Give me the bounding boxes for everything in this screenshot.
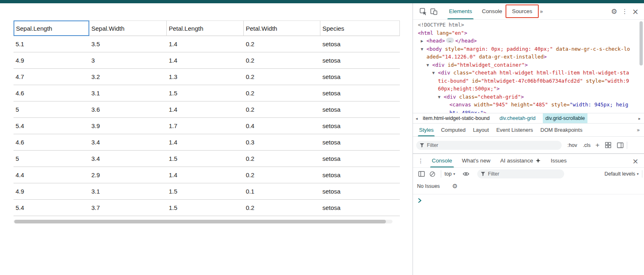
breadcrumb-item-html-widget-static-bound[interactable]: item.html-widget-static-bound — [420, 113, 492, 123]
table-cell[interactable]: 0.2 — [244, 52, 320, 68]
table-cell[interactable]: setosa — [320, 69, 400, 85]
table-row[interactable]: 4.93.11.50.1setosa — [14, 183, 400, 200]
table-cell[interactable]: 1.5 — [167, 151, 244, 167]
clear-console-icon[interactable] — [427, 169, 438, 179]
issues-status[interactable]: No Issues — [417, 183, 440, 189]
styles-tab-computed[interactable]: Computed — [437, 124, 469, 136]
collapsed-content-badge[interactable]: … — [446, 38, 454, 43]
new-style-rule-button[interactable]: + — [595, 142, 599, 149]
console-prompt-chevron[interactable] — [418, 198, 422, 204]
column-header-sepal-length[interactable]: Sepal.Length — [14, 20, 89, 36]
computed-sidebar-icon[interactable] — [617, 142, 624, 148]
table-horizontal-scrollbar-thumb[interactable] — [14, 220, 386, 223]
table-cell[interactable]: 5.1 — [14, 36, 89, 52]
table-cell[interactable]: 3.5 — [89, 36, 167, 52]
element-states-icon[interactable] — [605, 142, 611, 148]
console-sidebar-icon[interactable] — [416, 169, 427, 179]
column-header-species[interactable]: Species — [320, 20, 400, 36]
column-header-sepal-width[interactable]: Sepal.Width — [89, 20, 167, 36]
drawer-tab-ai-assistance[interactable]: AI assistance — [495, 154, 546, 167]
dom-tree-node[interactable]: ▼<body style="margin: 0px; padding: 40px… — [413, 45, 631, 61]
table-cell[interactable]: setosa — [320, 167, 400, 183]
table-cell[interactable]: 1.5 — [167, 85, 244, 101]
table-row[interactable]: 5.43.91.70.4setosa — [14, 118, 400, 134]
table-cell[interactable]: 1.3 — [167, 69, 244, 85]
console-settings-gear-icon[interactable]: ⚙ — [450, 181, 460, 192]
table-cell[interactable]: 3.6 — [89, 101, 167, 117]
styles-filter-input[interactable] — [416, 141, 562, 150]
dom-tree-node[interactable]: <canvas width="945" height="485" style="… — [413, 101, 631, 113]
table-cell[interactable]: 0.2 — [244, 85, 320, 101]
table-cell[interactable]: setosa — [320, 151, 400, 167]
more-tabs-icon[interactable]: » — [537, 8, 546, 15]
table-row[interactable]: 4.63.41.40.3setosa — [14, 134, 400, 151]
table-cell[interactable]: 1.5 — [167, 183, 244, 199]
table-cell[interactable]: 5 — [14, 101, 89, 117]
expand-arrow-open-icon[interactable]: ▼ — [421, 45, 423, 54]
console-filter-field[interactable] — [488, 171, 564, 177]
drawer-tab-console[interactable]: Console — [427, 154, 457, 167]
styles-tab-event-listeners[interactable]: Event Listeners — [492, 124, 537, 136]
expand-arrow-open-icon[interactable]: ▼ — [432, 69, 435, 77]
console-messages-area[interactable] — [413, 194, 644, 251]
styles-more-tabs-icon[interactable]: » — [637, 127, 640, 133]
table-cell[interactable]: 0.2 — [244, 151, 320, 167]
table-horizontal-scrollbar[interactable] — [14, 220, 392, 223]
expand-arrow-open-icon[interactable]: ▼ — [438, 93, 440, 101]
table-cell[interactable]: 0.1 — [244, 183, 320, 199]
crumb-scroll-right-icon[interactable]: ▸ — [636, 113, 643, 123]
table-cell[interactable]: 0.4 — [244, 118, 320, 134]
expand-arrow-closed-icon[interactable]: ▶ — [421, 37, 423, 45]
table-cell[interactable]: setosa — [320, 52, 400, 68]
table-cell[interactable]: 4.7 — [14, 69, 89, 85]
table-cell[interactable]: 4.6 — [14, 134, 89, 150]
styles-tab-dom-breakpoints[interactable]: DOM Breakpoints — [537, 124, 586, 136]
inspect-icon[interactable] — [418, 6, 429, 17]
table-cell[interactable]: 3.1 — [89, 85, 167, 101]
table-cell[interactable]: 1.4 — [167, 36, 244, 52]
column-header-petal-length[interactable]: Petal.Length — [167, 20, 244, 36]
table-cell[interactable]: setosa — [320, 134, 400, 150]
table-cell[interactable]: 1.4 — [167, 167, 244, 183]
default-levels-dropdown[interactable]: Default levels▾ — [604, 171, 639, 177]
crumb-scroll-left-icon[interactable]: ◂ — [413, 113, 420, 123]
table-cell[interactable]: 4.9 — [14, 183, 89, 199]
device-toolbar-icon[interactable] — [429, 6, 439, 17]
drawer-more-menu-icon[interactable]: ⋮ — [415, 156, 426, 166]
eye-icon[interactable] — [461, 169, 472, 179]
styles-tab-layout[interactable]: Layout — [469, 124, 492, 136]
table-row[interactable]: 4.931.40.2setosa — [14, 52, 400, 69]
dom-tree-node[interactable]: <!DOCTYPE html> — [413, 21, 631, 29]
table-cell[interactable]: 4.6 — [14, 85, 89, 101]
toggle-class-button[interactable]: .cls — [583, 142, 591, 148]
toggle-hover-state-button[interactable]: :hov — [567, 142, 577, 148]
more-menu-icon[interactable]: ⋮ — [619, 6, 630, 17]
breadcrumb-div-grid-scrollable[interactable]: div.grid-scrollable — [543, 113, 587, 123]
table-cell[interactable]: 5.4 — [14, 118, 89, 134]
dom-tree-node[interactable]: ▼<div id="htmlwidget_container"> — [413, 61, 631, 69]
table-cell[interactable]: 0.2 — [244, 69, 320, 85]
table-row[interactable]: 4.42.91.40.2setosa — [14, 167, 400, 183]
table-cell[interactable]: 3.2 — [89, 69, 167, 85]
table-cell[interactable]: 3 — [89, 52, 167, 68]
table-cell[interactable]: 2.9 — [89, 167, 167, 183]
table-cell[interactable]: 3.7 — [89, 200, 167, 216]
dom-tree-node[interactable]: ▼<div class="cheetah html-widget html-fi… — [413, 69, 631, 93]
table-cell[interactable]: 4.9 — [14, 52, 89, 68]
close-icon[interactable]: × — [630, 6, 641, 17]
table-cell[interactable]: setosa — [320, 101, 400, 117]
console-context-selector[interactable]: top▾ — [444, 171, 455, 177]
tab-console[interactable]: Console — [477, 3, 507, 19]
table-cell[interactable]: 0.2 — [244, 101, 320, 117]
console-filter-input[interactable] — [477, 169, 564, 178]
settings-gear-icon[interactable]: ⚙ — [609, 6, 619, 17]
tab-elements[interactable]: Elements — [444, 3, 477, 19]
table-cell[interactable]: setosa — [320, 36, 400, 52]
table-cell[interactable]: setosa — [320, 183, 400, 199]
drawer-close-icon[interactable]: × — [630, 156, 641, 166]
dom-tree-node[interactable]: ▶<head>…</head> — [413, 37, 631, 45]
table-row[interactable]: 5.13.51.40.2setosa — [14, 36, 400, 52]
styles-filter-field[interactable] — [427, 142, 562, 148]
elements-vertical-scrollbar[interactable] — [639, 20, 644, 113]
table-cell[interactable]: 0.3 — [244, 134, 320, 150]
